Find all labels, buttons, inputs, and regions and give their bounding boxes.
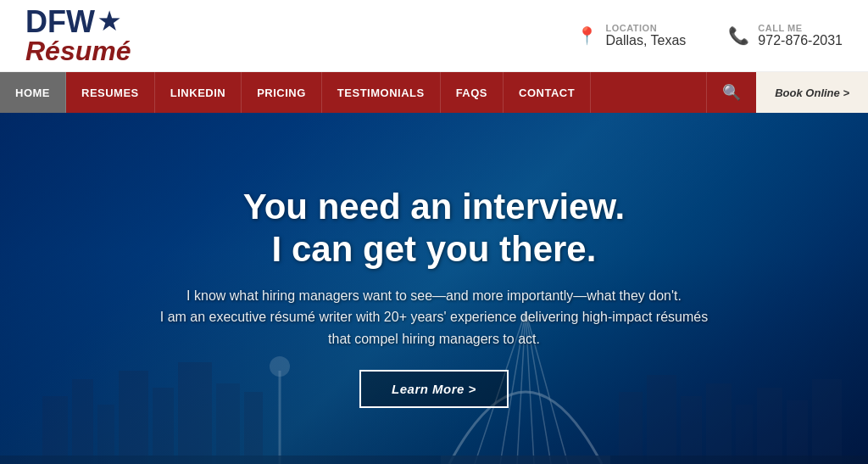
svg-rect-21 [736, 405, 753, 464]
svg-rect-24 [812, 379, 842, 464]
call-value: 972-876-2031 [758, 33, 843, 48]
nav-resumes[interactable]: RESUMES [66, 72, 155, 113]
location-icon: 📍 [576, 25, 598, 46]
location-value: Dallas, Texas [606, 33, 687, 48]
location-label: LOCATION [606, 23, 687, 33]
headline-line2: I can get you there. [160, 228, 708, 271]
phone-info: 📞 CALL ME 972-876-2031 [728, 23, 843, 48]
star-icon: ★ [98, 10, 120, 34]
subtext-line2: I am an executive résumé writer with 20+… [160, 306, 708, 328]
svg-rect-25 [0, 456, 868, 464]
nav-home[interactable]: HOME [0, 72, 66, 113]
subtext-line3: that compel hiring managers to act. [160, 328, 708, 350]
main-nav: HOME RESUMES LINKEDIN PRICING TESTIMONIA… [0, 72, 868, 113]
book-online-button[interactable]: Book Online > [756, 72, 868, 113]
call-label: CALL ME [758, 23, 843, 33]
nav-faqs[interactable]: FAQS [441, 72, 504, 113]
logo[interactable]: DFW ★ Résumé [25, 7, 212, 64]
hero-section: You need an interview. I can get you the… [0, 113, 868, 464]
search-icon: 🔍 [722, 83, 741, 102]
nav-items: HOME RESUMES LINKEDIN PRICING TESTIMONIA… [0, 72, 706, 113]
nav-contact[interactable]: CONTACT [504, 72, 591, 113]
site-header: DFW ★ Résumé 📍 LOCATION Dallas, Texas 📞 … [0, 0, 868, 72]
svg-rect-23 [787, 400, 808, 464]
svg-rect-7 [42, 396, 68, 464]
search-button[interactable]: 🔍 [706, 72, 756, 113]
svg-rect-9 [97, 405, 114, 464]
nav-testimonials[interactable]: TESTIMONIALS [322, 72, 441, 113]
phone-icon: 📞 [728, 25, 749, 46]
subtext-line1: I know what hiring managers want to see—… [160, 285, 708, 307]
hero-headline: You need an interview. I can get you the… [160, 186, 708, 271]
logo-resume: Résumé [25, 37, 131, 64]
logo-dfw: DFW ★ [25, 7, 131, 37]
headline-line1: You need an interview. [160, 186, 708, 228]
hero-content: You need an interview. I can get you the… [75, 186, 793, 409]
location-info: 📍 LOCATION Dallas, Texas [576, 23, 687, 48]
hero-subtext: I know what hiring managers want to see—… [160, 285, 708, 350]
header-info: 📍 LOCATION Dallas, Texas 📞 CALL ME 972-8… [576, 23, 843, 48]
nav-linkedin[interactable]: LINKEDIN [155, 72, 242, 113]
learn-more-button[interactable]: Learn More > [359, 370, 509, 408]
nav-pricing[interactable]: PRICING [242, 72, 322, 113]
